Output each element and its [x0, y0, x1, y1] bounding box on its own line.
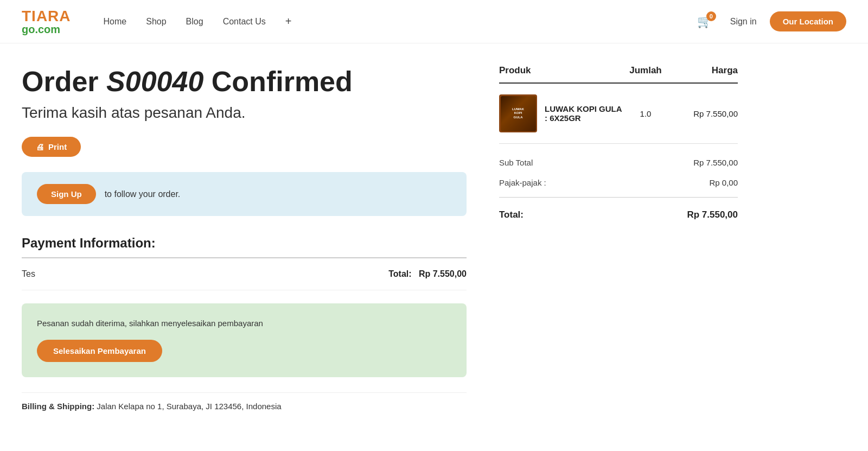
logo-gocom: go.com — [22, 24, 71, 35]
nav-home[interactable]: Home — [104, 17, 127, 27]
cart-icon-wrapper[interactable]: 🛒 0 — [697, 15, 712, 29]
payment-name: Tes — [22, 269, 35, 279]
payment-total-value: Rp 7.550,00 — [419, 269, 467, 278]
payment-info-title: Payment Information: — [22, 236, 467, 251]
col-jumlah: Jumlah — [624, 65, 667, 76]
product-image: LUWAKKOPIGULA — [499, 94, 537, 132]
order-title: Order S00040 Confirmed — [22, 65, 467, 98]
payment-row: Tes Total: Rp 7.550,00 — [22, 258, 467, 290]
subtotal-row: Sub Total Rp 7.550,00 — [499, 153, 738, 173]
logo[interactable]: TIARA go.com — [22, 9, 71, 35]
navbar: TIARA go.com Home Shop Blog Contact Us +… — [0, 0, 868, 43]
sign-in-link[interactable]: Sign in — [730, 17, 757, 27]
product-price: Rp 7.550,00 — [667, 109, 738, 118]
product-image-inner: LUWAKKOPIGULA — [501, 96, 536, 131]
product-row: LUWAKKOPIGULA LUWAK KOPI GULA : 6X25GR 1… — [499, 84, 738, 144]
col-harga: Harga — [667, 65, 738, 76]
left-column: Order S00040 Confirmed Terima kasih atas… — [22, 65, 467, 411]
signup-button[interactable]: Sign Up — [37, 184, 96, 204]
cart-badge: 0 — [706, 11, 716, 21]
order-title-suffix: Confirmed — [203, 66, 352, 97]
order-summary-table: Produk Jumlah Harga LUWAKKOPIGULA LUWAK … — [499, 65, 738, 228]
right-column: Produk Jumlah Harga LUWAKKOPIGULA LUWAK … — [499, 65, 738, 411]
tax-label: Pajak-pajak : — [499, 178, 546, 187]
main-content: Order S00040 Confirmed Terima kasih atas… — [0, 43, 760, 433]
print-button[interactable]: 🖨 Print — [22, 137, 81, 157]
nav-blog[interactable]: Blog — [186, 17, 203, 27]
col-produk: Produk — [499, 65, 624, 76]
product-qty: 1.0 — [624, 109, 667, 118]
order-subtitle: Terima kasih atas pesanan Anda. — [22, 104, 467, 122]
payment-total-section: Total: Rp 7.550,00 — [388, 269, 467, 279]
subtotal-value: Rp 7.550,00 — [693, 158, 738, 167]
tax-value: Rp 0,00 — [709, 178, 738, 187]
tax-row: Pajak-pajak : Rp 0,00 — [499, 173, 738, 193]
subtotal-label: Sub Total — [499, 158, 533, 167]
total-row: Total: Rp 7.550,00 — [499, 202, 738, 228]
summary-header: Produk Jumlah Harga — [499, 65, 738, 84]
logo-tiara: TIARA — [22, 9, 71, 24]
billing-address: Jalan Kelapa no 1, Surabaya, JI 123456, … — [97, 402, 281, 411]
print-label: Print — [48, 142, 67, 151]
order-title-prefix: Order — [22, 66, 106, 97]
signup-banner-text: to follow your order. — [105, 189, 181, 199]
product-name: LUWAK KOPI GULA : 6X25GR — [545, 104, 624, 123]
nav-shop[interactable]: Shop — [146, 17, 166, 27]
billing-section: Billing & Shipping: Jalan Kelapa no 1, S… — [22, 392, 467, 411]
nav-contact[interactable]: Contact Us — [223, 17, 266, 27]
summary-divider — [499, 197, 738, 198]
nav-right: 🛒 0 Sign in Our Location — [697, 11, 846, 31]
nav-plus[interactable]: + — [285, 15, 292, 28]
payment-message-box: Pesanan sudah diterima, silahkan menyele… — [22, 303, 467, 377]
payment-total-label: Total: — [388, 269, 411, 278]
billing-label: Billing & Shipping: — [22, 402, 94, 411]
order-id: S00040 — [106, 66, 203, 97]
payment-message-text: Pesanan sudah diterima, silahkan menyele… — [37, 319, 451, 328]
summary-totals: Sub Total Rp 7.550,00 Pajak-pajak : Rp 0… — [499, 144, 738, 228]
printer-icon: 🖨 — [36, 142, 44, 151]
signup-banner: Sign Up to follow your order. — [22, 172, 467, 216]
total-value: Rp 7.550,00 — [687, 209, 738, 220]
total-label: Total: — [499, 209, 524, 220]
selesaikan-pembayaran-button[interactable]: Selesaikan Pembayaran — [37, 340, 162, 362]
our-location-button[interactable]: Our Location — [770, 11, 846, 31]
nav-links: Home Shop Blog Contact Us + — [104, 15, 697, 28]
